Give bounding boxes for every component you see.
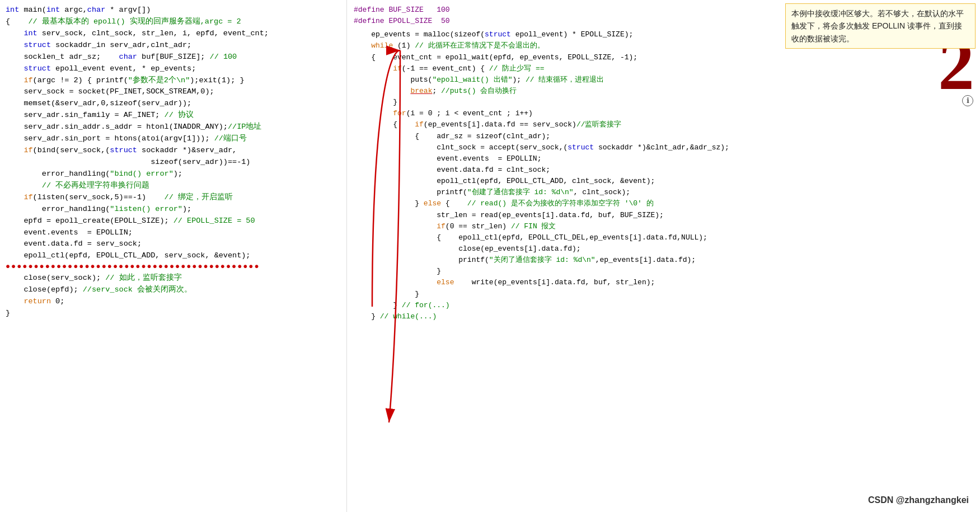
left-line-l26: epoll_ctl(epfd, EPOLL_CTL_ADD, serv_sock… — [6, 250, 344, 262]
left-line-l31: } — [6, 308, 344, 320]
right-line-r11: { adr_sz = sizeof(clnt_adr); — [354, 131, 976, 142]
right-line-r25: else write(ep_events[i].data.fd, buf, st… — [354, 277, 976, 288]
right-line-r7: } — [354, 97, 976, 108]
right-line-r3: { event_cnt = epoll_wait(epfd, ep_events… — [354, 52, 976, 63]
left-line-l6: struct epoll_event event, * ep_events; — [6, 63, 344, 75]
right-line-r23: printf("关闭了通信套接字 id: %d\n",ep_events[i].… — [354, 255, 976, 266]
left-line-l10: serv_sock = socket(PF_INET,SOCK_STREAM,0… — [6, 86, 344, 98]
right-line-r21: { epoll_ctl(epfd, EPOLL_CTL_DEL,ep_event… — [354, 232, 976, 243]
right-line-r28: } // while(...) — [354, 311, 976, 322]
right-line-r4: if(-1 == event_cnt) { // 防止少写 == — [354, 63, 976, 74]
left-line-l25: event.data.fd = serv_sock; — [6, 238, 344, 250]
right-line-r18: } else { // read() 是不会为接收的字符串添加空字符 '\0' … — [354, 198, 976, 209]
left-line-l15: serv_adr.sin_port = htons(atoi(argv[1]))… — [6, 133, 344, 145]
define-epoll-size: #define EPOLL_SIZE 50 — [354, 16, 450, 27]
left-line-l16: if(bind(serv_sock,(struct sockaddr *)&se… — [6, 145, 344, 157]
define-buf-size: #define BUF_SIZE 100 — [354, 4, 450, 16]
right-line-r6: break; //puts() 会自动换行 — [354, 86, 976, 97]
left-line-l30: return 0; — [6, 296, 344, 308]
right-line-r22: close(ep_events[i].data.fd); — [354, 243, 976, 255]
left-code-panel: int main(int argc,char * argv[]){ // 最基本… — [0, 0, 347, 512]
left-line-l8: if(argc != 2) { printf("参数不是2个\n");exit(… — [6, 75, 344, 87]
right-line-r16: epoll_ctl(epfd, EPOLL_CTL_ADD, clnt_sock… — [354, 176, 976, 187]
left-line-l3: int serv_sock, clnt_sock, str_len, i, ep… — [6, 28, 344, 40]
right-code-panel: #define BUF_SIZE 100 #define EPOLL_SIZE … — [347, 0, 980, 512]
right-line-r12: clnt_sock = accept(serv_sock,(struct soc… — [354, 142, 976, 153]
left-line-l13: serv_adr.sin_family = AF_INET; // 协议 — [6, 110, 344, 121]
right-line-r26: } — [354, 289, 976, 300]
watermark: CSDN @zhangzhangkei — [868, 495, 969, 505]
right-line-r9: for(i = 0 ; i < event_cnt ; i++) — [354, 108, 976, 119]
left-line-l1: int main(int argc,char * argv[]) — [6, 4, 344, 16]
right-line-r17: printf("创建了通信套接字 id: %d\n", clnt_sock); — [354, 187, 976, 198]
right-line-r10: { if(ep_events[i].data.fd == serv_sock)/… — [354, 119, 976, 130]
left-line-l23: epfd = epoll_create(EPOLL_SIZE); // EPOL… — [6, 215, 344, 227]
left-line-l20: if(listen(serv_sock,5)==-1) // 绑定，开启监听 — [6, 192, 344, 204]
left-line-l14: serv_adr.sin_addr.s_addr = htonl(INADDR_… — [6, 121, 344, 133]
right-line-r19: str_len = read(ep_events[i].data.fd, buf… — [354, 210, 976, 221]
left-line-l12: memset(&serv_adr,0,sizeof(serv_adr)); — [6, 98, 344, 110]
right-line-r15: event.data.fd = clnt_sock; — [354, 165, 976, 176]
annotation-text: 本例中接收缓冲区够大。若不够大，在默认的水平触发下，将会多次触发 EPOLLIN… — [785, 3, 976, 49]
left-line-l4: struct sockaddr_in serv_adr,clnt_adr; — [6, 40, 344, 51]
right-line-r14: event.events = EPOLLIN; — [354, 153, 976, 165]
left-line-l21: error_handling("listen() error"); — [6, 204, 344, 215]
left-line-l5: socklen_t adr_sz; char buf[BUF_SIZE]; //… — [6, 51, 344, 63]
left-line-l19: // 不必再处理字符串换行问题 — [6, 180, 344, 192]
left-line-l17: sizeof(serv_adr))==-1) — [6, 157, 344, 168]
left-line-l18: error_handling("bind() error"); — [6, 168, 344, 180]
right-code-block: ep_events = malloc(sizeof(struct epoll_e… — [354, 29, 976, 322]
right-line-r24: } — [354, 266, 976, 277]
left-code-block: int main(int argc,char * argv[]){ // 最基本… — [4, 4, 344, 320]
left-line-l2: { // 最基本版本的 epoll() 实现的回声服务器端,argc = 2 — [6, 16, 344, 28]
right-line-r5: puts("epoll_wait() 出错"); // 结束循环，进程退出 — [354, 74, 976, 86]
left-line-l27: ●●●●●●●●●●●●●●●●●●●●●●●●●●●●●●●●●●●●●●●●… — [6, 262, 344, 273]
left-line-l24: event.events = EPOLLIN; — [6, 227, 344, 239]
left-line-l28: close(serv_sock); // 如此，监听套接字 — [6, 273, 344, 284]
left-line-l29: close(epfd); //serv_sock 会被关闭两次。 — [6, 284, 344, 296]
right-line-r20: if(0 == str_len) // FIN 报文 — [354, 221, 976, 232]
right-line-r27: } // for(...) — [354, 300, 976, 311]
